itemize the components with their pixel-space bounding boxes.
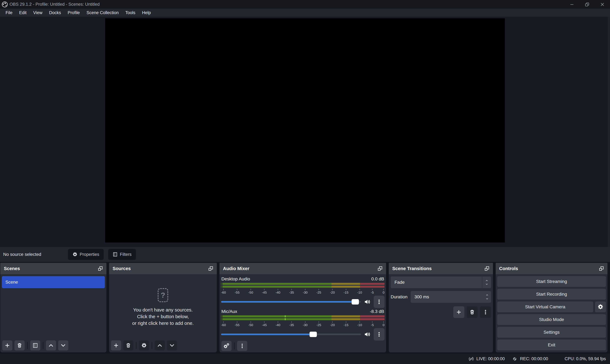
live-time: LIVE: 00:00:00	[476, 356, 505, 361]
menu-bar: File Edit View Docks Profile Scene Colle…	[0, 9, 610, 17]
popout-icon[interactable]	[484, 266, 489, 271]
trash-icon	[469, 309, 475, 315]
controls-panel-title: Controls	[499, 266, 518, 271]
scenes-list: Scene	[0, 274, 106, 340]
meter-scale: -60 -55 -50 -45 -40 -35 -30 -25 -20 -15 …	[221, 321, 385, 327]
move-scene-down-button[interactable]	[58, 340, 68, 351]
title-bar[interactable]: OBS 29.1.2 - Profile: Untitled - Scenes:…	[0, 0, 610, 9]
add-transition-button[interactable]	[453, 306, 464, 318]
question-mark-icon: ?	[158, 288, 168, 302]
menu-tools[interactable]: Tools	[122, 9, 139, 17]
start-recording-button[interactable]: Start Recording	[497, 289, 606, 299]
trash-icon	[125, 343, 131, 348]
audio-mixer-panel: Audio Mixer Desktop Audio 0.0 dB -60	[220, 263, 386, 352]
studio-mode-button[interactable]: Studio Mode	[497, 314, 606, 325]
mixer-channel-desktop-audio: Desktop Audio 0.0 dB -60 -55 -50 -45 -40…	[221, 276, 385, 308]
mixer-toolbar	[220, 341, 386, 352]
chevron-up-icon	[48, 343, 54, 348]
source-properties-button[interactable]	[139, 340, 149, 351]
chevron-up-icon	[157, 343, 163, 348]
menu-scene-collection[interactable]: Scene Collection	[83, 9, 122, 17]
toolbar-separator	[152, 342, 152, 349]
remove-scene-button[interactable]	[14, 340, 25, 351]
mixer-options-button[interactable]	[237, 341, 247, 351]
kebab-icon	[483, 309, 488, 315]
scenes-panel-title: Scenes	[4, 266, 20, 271]
transition-selected-value: Fade	[394, 280, 405, 285]
close-button[interactable]	[595, 0, 610, 9]
popout-icon[interactable]	[208, 266, 213, 271]
restore-button[interactable]	[580, 0, 595, 9]
menu-help[interactable]: Help	[139, 9, 154, 17]
menu-view[interactable]: View	[30, 9, 46, 17]
sources-panel-title: Sources	[113, 266, 131, 271]
obs-logo-icon	[1, 1, 8, 8]
exit-button[interactable]: Exit	[497, 339, 606, 350]
scene-list-item-selected[interactable]: Scene	[2, 276, 105, 288]
menu-edit[interactable]: Edit	[16, 9, 30, 17]
transition-select[interactable]: Fade	[391, 276, 491, 288]
duration-spinbox[interactable]: 300 ms	[411, 291, 491, 303]
scene-transitions-panel-title: Scene Transitions	[392, 266, 432, 271]
duration-spin-arrows[interactable]	[485, 294, 489, 300]
close-icon	[600, 2, 605, 7]
settings-button[interactable]: Settings	[497, 327, 606, 338]
move-source-down-button[interactable]	[167, 340, 177, 351]
double-gear-icon	[224, 343, 229, 349]
remove-transition-button[interactable]	[467, 306, 478, 318]
preview-canvas[interactable]	[105, 18, 505, 243]
duration-label: Duration	[391, 294, 407, 299]
volume-slider[interactable]	[221, 334, 361, 335]
volume-meter	[221, 315, 385, 320]
peak-indicator	[285, 318, 286, 320]
mute-toggle-speaker-icon[interactable]	[364, 331, 371, 338]
virtual-camera-settings-button[interactable]	[595, 301, 606, 312]
filters-button[interactable]: Filters	[108, 249, 136, 260]
minimize-button[interactable]	[564, 0, 580, 9]
kebab-icon	[376, 331, 382, 337]
mute-toggle-speaker-icon[interactable]	[364, 298, 371, 305]
gear-icon	[597, 304, 603, 310]
popout-icon[interactable]	[599, 266, 604, 271]
popout-icon[interactable]	[98, 266, 103, 271]
move-source-up-button[interactable]	[155, 340, 165, 351]
menu-docks[interactable]: Docks	[46, 9, 64, 17]
minimize-icon	[569, 2, 574, 7]
transition-options-button[interactable]	[480, 306, 491, 318]
start-streaming-button[interactable]: Start Streaming	[497, 276, 606, 287]
broadcast-off-icon	[468, 356, 474, 362]
window-title: OBS 29.1.2 - Profile: Untitled - Scenes:…	[10, 2, 99, 7]
workspace-right-edge	[608, 17, 610, 247]
scene-transitions-panel: Scene Transitions Fade Duration 300 ms	[389, 263, 493, 352]
remove-source-button[interactable]	[123, 340, 133, 351]
rec-status: REC: 00:00:00	[512, 356, 548, 362]
chevron-down-icon	[485, 298, 489, 300]
source-toolbar: No source selected Properties Filters	[0, 247, 610, 262]
menu-profile[interactable]: Profile	[64, 9, 83, 17]
trash-icon	[17, 343, 22, 348]
sources-empty-state[interactable]: ? You don't have any sources. Click the …	[109, 274, 217, 340]
volume-slider-handle[interactable]	[309, 332, 317, 337]
source-status-label: No source selected	[3, 252, 41, 257]
obs-window: OBS 29.1.2 - Profile: Untitled - Scenes:…	[0, 0, 610, 364]
toolbar-separator	[136, 342, 137, 349]
popout-icon[interactable]	[377, 266, 383, 271]
gear-icon	[72, 252, 78, 257]
volume-slider[interactable]	[221, 301, 361, 303]
add-source-button[interactable]	[111, 340, 121, 351]
channel-options-button[interactable]	[374, 296, 385, 308]
add-scene-button[interactable]	[2, 340, 12, 351]
move-scene-up-button[interactable]	[46, 340, 56, 351]
start-virtual-camera-button[interactable]: Start Virtual Camera	[497, 301, 593, 312]
channel-options-button[interactable]	[374, 328, 385, 340]
kebab-icon	[239, 343, 245, 349]
advanced-audio-properties-button[interactable]	[222, 341, 232, 351]
transition-select-arrows[interactable]	[482, 276, 491, 288]
volume-slider-handle[interactable]	[352, 299, 359, 305]
menu-file[interactable]: File	[2, 9, 16, 17]
channel-name: Mic/Aux	[222, 309, 237, 314]
scene-filters-button[interactable]	[30, 340, 40, 351]
properties-button[interactable]: Properties	[68, 249, 104, 260]
status-bar: LIVE: 00:00:00 REC: 00:00:00 CPU: 0.0%, …	[0, 354, 610, 364]
chevron-down-icon	[169, 343, 175, 348]
